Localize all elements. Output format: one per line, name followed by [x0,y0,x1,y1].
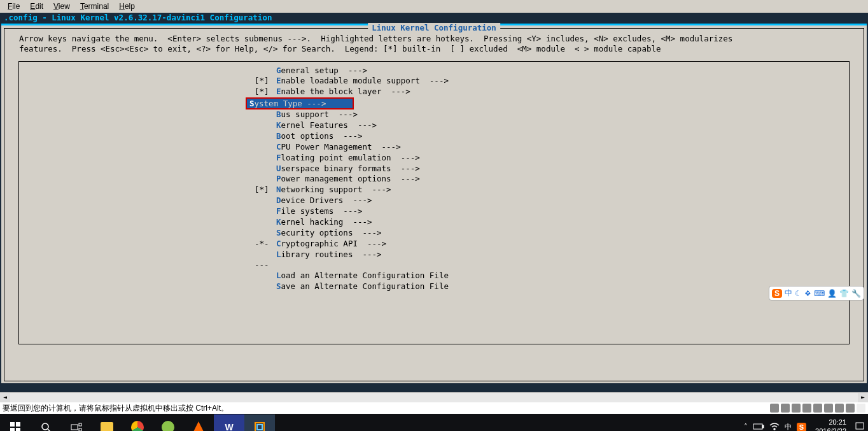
tray-chevron-icon[interactable]: ˄ [744,423,748,431]
clock-time: 20:21 [815,418,846,427]
menu-terminal[interactable]: Terminal [75,1,114,12]
menu-box[interactable]: General setup --->[*] Enable loadable mo… [18,61,850,344]
tray-wifi-icon[interactable] [769,423,780,432]
window-title: .config - Linux Kernel v2.6.32.17-davinc… [0,13,868,22]
menu-item[interactable]: Bus support ---> [19,110,849,120]
taskbar-vlc-icon[interactable] [183,414,214,432]
menu-item[interactable]: Load an Alternate Configuration File [19,271,849,281]
menu-view[interactable]: View [48,1,75,12]
vm-icon[interactable] [835,404,844,413]
scroll-right-arrow[interactable]: ► [858,393,868,402]
menu-item[interactable]: Security options ---> [19,228,849,239]
taskview-button[interactable] [61,414,92,432]
ime-user-icon[interactable]: 👤 [827,289,837,298]
svg-rect-6 [71,425,78,430]
svg-line-5 [48,429,50,432]
taskbar-clock[interactable]: 20:21 2016/2/22 [811,418,850,431]
scroll-left-arrow[interactable]: ◄ [0,393,10,402]
menu-item[interactable]: [*] Enable loadable module support ---> [19,76,849,87]
vm-icon[interactable] [781,404,790,413]
search-button[interactable] [31,414,61,432]
menu-item[interactable]: General setup ---> [19,66,849,76]
taskbar-explorer-icon[interactable] [92,414,122,432]
ime-bar[interactable]: S 中 ☾ ❖ ⌨ 👤 👕 🔧 [769,286,864,300]
menu-item[interactable]: -*- Cryptographic API ---> [19,239,849,250]
menu-item[interactable]: --- [19,260,849,271]
menu-edit[interactable]: Edit [25,1,48,12]
menu-item[interactable]: Save an Alternate Configuration File [19,281,849,292]
svg-rect-3 [16,428,20,432]
menu-item[interactable]: Floating point emulation ---> [19,153,849,164]
vm-icon[interactable] [770,404,779,413]
tray-sogou-icon[interactable]: S [797,423,806,432]
ime-badge[interactable]: S [772,289,782,298]
svg-point-13 [774,428,775,430]
menu-item[interactable]: Kernel hacking ---> [19,217,849,228]
vm-icon[interactable] [802,404,811,413]
ime-skin-icon[interactable]: 👕 [839,289,849,298]
vm-hint-bar: 要返回到您的计算机，请将鼠标指针从虚拟机中移出或按 Ctrl+Alt。 [0,402,868,414]
horizontal-scrollbar[interactable]: ◄ ► [0,392,868,402]
svg-rect-11 [753,424,762,429]
terminal-container: .config - Linux Kernel v2.6.32.17-davinc… [0,13,868,402]
menu-item[interactable]: File systems ---> [19,206,849,217]
taskbar: W ˄ 中 S 20:21 2016/2/22 [0,414,868,431]
menubar: File Edit View Terminal Help [0,0,868,13]
menu-item[interactable]: Userspace binary formats ---> [19,164,849,174]
clock-date: 2016/2/22 [815,427,846,432]
ime-moon-icon[interactable]: ☾ [795,289,802,298]
ime-lang-icon[interactable]: 中 [785,288,792,299]
svg-rect-2 [10,428,15,432]
inner-box: Linux Kernel Configuration Arrow keys na… [4,28,864,381]
vm-status-icons [770,404,865,413]
taskbar-chrome-icon[interactable] [122,414,153,432]
ime-wrench-icon[interactable]: 🔧 [851,289,861,298]
vm-icon[interactable] [813,404,822,413]
vm-icon[interactable] [846,404,855,413]
menu-file[interactable]: File [3,1,25,12]
vm-icon[interactable] [857,404,865,413]
config-body: Linux Kernel Configuration Arrow keys na… [1,24,867,383]
box-title: Linux Kernel Configuration [368,23,500,32]
vm-hint-text: 要返回到您的计算机，请将鼠标指针从虚拟机中移出或按 Ctrl+Alt。 [3,403,228,414]
menu-item[interactable]: [*] Networking support ---> [19,185,849,195]
menu-help[interactable]: Help [114,1,140,12]
menu-item[interactable]: Power management options ---> [19,174,849,185]
svg-rect-14 [856,423,864,429]
menu-item-selected[interactable]: System Type ---> [246,97,354,110]
svg-rect-12 [762,425,764,428]
menu-item[interactable]: Kernel Features ---> [19,120,849,131]
svg-rect-1 [16,422,20,427]
menu-item[interactable]: Device Drivers ---> [19,195,849,206]
help-text: Arrow keys navigate the menu. <Enter> se… [8,31,860,61]
start-button[interactable] [0,414,31,432]
menu-item[interactable]: Library routines ---> [19,250,849,260]
menu-item[interactable]: [*] Enable the block layer ---> [19,87,849,97]
taskbar-vmware-icon[interactable] [244,414,275,432]
svg-rect-7 [79,423,81,426]
svg-rect-10 [257,425,262,430]
tray-battery-icon[interactable] [753,423,764,431]
ime-symbol-icon[interactable]: ❖ [804,289,811,298]
svg-rect-0 [10,422,15,427]
tray-ime-lang[interactable]: 中 [785,422,792,431]
tray-notifications-icon[interactable] [855,422,864,432]
taskbar-wps-icon[interactable]: W [214,414,244,432]
menu-item[interactable]: CPU Power Management ---> [19,142,849,153]
ime-keyboard-icon[interactable]: ⌨ [814,289,825,298]
vm-icon[interactable] [824,404,833,413]
svg-rect-8 [79,428,81,431]
menu-item[interactable]: Boot options ---> [19,131,849,142]
vm-icon[interactable] [792,404,801,413]
svg-point-4 [42,423,48,430]
taskbar-browser-icon[interactable] [153,414,183,432]
